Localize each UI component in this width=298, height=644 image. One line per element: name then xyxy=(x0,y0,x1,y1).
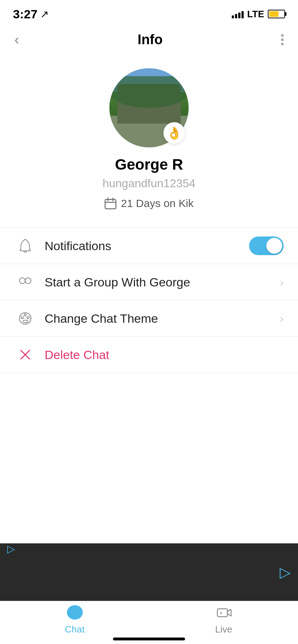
back-button[interactable]: ‹ xyxy=(14,32,19,47)
more-dot-3 xyxy=(281,43,284,45)
menu-item-delete-chat[interactable]: Delete Chat xyxy=(0,337,298,373)
svg-point-7 xyxy=(21,317,23,319)
bell-icon xyxy=(14,238,36,254)
menu-item-change-theme[interactable]: Change Chat Theme › xyxy=(0,300,298,336)
svg-rect-16 xyxy=(220,612,222,614)
chat-tab-label: Chat xyxy=(65,624,85,635)
svg-rect-0 xyxy=(105,199,116,209)
lte-label: LTE xyxy=(247,9,264,20)
status-emoji: 👌 xyxy=(163,122,185,144)
page-title: Info xyxy=(137,32,163,47)
svg-point-4 xyxy=(19,278,25,284)
divider-4 xyxy=(0,373,298,373)
chevron-right-icon: › xyxy=(280,276,284,289)
delete-chat-label: Delete Chat xyxy=(45,348,284,362)
status-icons: LTE xyxy=(232,9,285,20)
days-on-kik: 21 Days on Kik xyxy=(104,197,194,210)
ad-play-icon: ▷ xyxy=(280,564,291,580)
more-dot-2 xyxy=(281,38,284,41)
status-bar: 3:27 ↗ LTE xyxy=(0,0,298,25)
home-indicator xyxy=(113,638,185,640)
change-theme-label: Change Chat Theme xyxy=(45,312,280,326)
profile-name: George R xyxy=(115,156,183,173)
ad-play-corner-icon: ▷ xyxy=(7,543,15,555)
nav-header: ‹ Info xyxy=(0,25,298,54)
svg-point-8 xyxy=(24,314,26,316)
toggle-knob xyxy=(266,238,282,254)
live-tab-label: Live xyxy=(215,624,232,635)
notifications-toggle[interactable] xyxy=(249,236,284,255)
notifications-label: Notifications xyxy=(45,239,249,253)
tab-live[interactable]: Live xyxy=(215,603,233,635)
status-time: 3:27 xyxy=(13,7,37,21)
chevron-right-icon-2: › xyxy=(280,312,284,325)
battery-icon xyxy=(268,10,285,18)
svg-rect-14 xyxy=(217,609,227,617)
start-group-label: Start a Group With George xyxy=(45,275,280,289)
more-button[interactable] xyxy=(281,34,284,45)
svg-marker-15 xyxy=(227,610,231,616)
svg-point-13 xyxy=(68,606,81,618)
menu-list: Notifications Start a Group With George … xyxy=(0,228,298,373)
x-icon xyxy=(14,348,36,362)
menu-item-notifications[interactable]: Notifications xyxy=(0,228,298,264)
avatar-container[interactable]: 👌 xyxy=(109,68,189,147)
profile-username: hungandfun12354 xyxy=(103,177,195,190)
signal-bars xyxy=(232,10,244,18)
battery-fill xyxy=(269,11,279,17)
svg-point-9 xyxy=(27,317,29,319)
profile-section: 👌 George R hungandfun12354 21 Days on Ki… xyxy=(0,54,298,227)
more-dot-1 xyxy=(281,34,284,37)
location-icon: ↗ xyxy=(40,8,49,20)
tab-chat[interactable]: Chat xyxy=(65,603,85,635)
ad-banner: ▷ ▷ xyxy=(0,543,298,601)
live-icon xyxy=(215,603,233,622)
menu-item-start-group[interactable]: Start a Group With George › xyxy=(0,264,298,300)
svg-point-5 xyxy=(25,278,31,284)
days-label: 21 Days on Kik xyxy=(121,197,194,210)
calendar-icon xyxy=(104,197,117,210)
chat-bubble-icon xyxy=(66,603,84,622)
palette-icon xyxy=(14,310,36,326)
group-icon xyxy=(14,274,36,290)
